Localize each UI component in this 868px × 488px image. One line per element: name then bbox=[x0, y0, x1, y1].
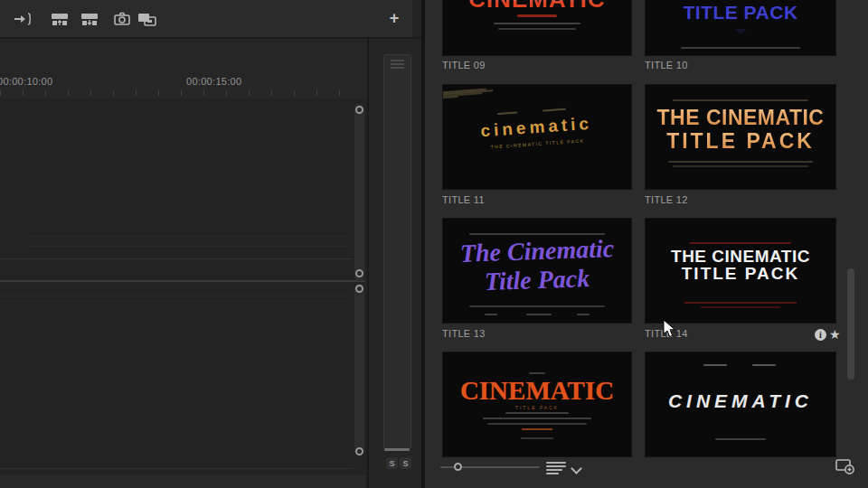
lift-icon[interactable] bbox=[50, 10, 70, 28]
scrollbar-grip bbox=[384, 448, 410, 451]
preview-text-line bbox=[703, 364, 727, 366]
button-editor-add-button[interactable]: + bbox=[385, 8, 403, 28]
scroll-handle[interactable] bbox=[355, 285, 363, 293]
video-editor-workspace: + 00:00:10:00 00:00:15:00 S S CINEMATIC bbox=[0, 0, 868, 488]
extract-icon[interactable] bbox=[80, 10, 99, 28]
preview-text-line bbox=[505, 412, 569, 414]
solo-button[interactable]: S bbox=[400, 457, 411, 469]
sort-icon bbox=[546, 462, 566, 464]
preview-headline-line2: TITLE PACK bbox=[646, 264, 835, 284]
track-line bbox=[0, 301, 351, 302]
scroll-handle[interactable] bbox=[355, 269, 363, 277]
preview-text-line bbox=[522, 428, 552, 430]
ruler-ticks bbox=[0, 90, 354, 96]
preview-text-line bbox=[752, 364, 776, 366]
track-divider bbox=[0, 280, 365, 282]
scrollbar-grip bbox=[391, 63, 404, 65]
track-line bbox=[0, 295, 351, 296]
track-height-scrollbar[interactable] bbox=[354, 284, 364, 455]
timeline-ruler[interactable]: 00:00:10:00 00:00:15:00 bbox=[0, 39, 367, 99]
new-item-button[interactable] bbox=[835, 456, 856, 476]
template-thumbnail-title-10[interactable]: TITLE PACK bbox=[645, 0, 836, 56]
preview-subline: TITLE PACK bbox=[443, 405, 631, 410]
sort-filter-button[interactable] bbox=[546, 461, 582, 477]
template-label: TITLE 12 bbox=[645, 194, 688, 207]
preview-text-line bbox=[521, 437, 553, 439]
template-thumbnail[interactable]: CINEMATIC bbox=[645, 352, 836, 457]
chevron-down-icon bbox=[571, 463, 582, 474]
template-label: TITLE 09 bbox=[442, 60, 486, 72]
preview-text-line bbox=[497, 111, 517, 115]
preview-text-line bbox=[542, 108, 566, 112]
ruler-timecode: 00:00:10:00 bbox=[0, 76, 52, 87]
preview-text-line bbox=[442, 96, 458, 100]
template-thumbnail-title-11[interactable]: cinematic THE CINEMATIC TITLE PACK bbox=[442, 84, 632, 190]
preview-headline: TITLE PACK bbox=[646, 2, 835, 23]
thumbnail-zoom-slider-knob[interactable] bbox=[454, 463, 462, 471]
template-thumbnail[interactable]: CINEMATIC TITLE PACK bbox=[442, 352, 632, 457]
preview-text-line bbox=[681, 47, 800, 49]
preview-headline: CINEMATIC bbox=[646, 390, 835, 412]
template-label: TITLE 11 bbox=[442, 194, 485, 207]
panel-scrollbar[interactable] bbox=[847, 268, 854, 380]
template-thumbnail-title-13[interactable]: The Cinematic Title Pack bbox=[442, 218, 632, 324]
template-thumbnail-title-14[interactable]: THE CINEMATIC TITLE PACK bbox=[645, 218, 836, 324]
preview-text-line bbox=[673, 165, 808, 167]
preview-text-line bbox=[526, 314, 552, 315]
sort-icon bbox=[546, 465, 566, 467]
template-label: TITLE 10 bbox=[645, 60, 688, 72]
template-thumbnail-title-12[interactable]: THE CINEMATIC TITLE PACK bbox=[645, 84, 836, 190]
insert-icon[interactable] bbox=[13, 10, 33, 28]
preview-headline: CINEMATIC bbox=[443, 376, 631, 406]
preview-text-line bbox=[529, 372, 545, 374]
preview-glitch-line bbox=[690, 242, 791, 244]
preview-headline-line1: THE CINEMATIC bbox=[646, 106, 835, 130]
preview-glitch-line bbox=[701, 306, 780, 308]
track-boundary bbox=[0, 468, 353, 469]
preview-text-line bbox=[715, 438, 766, 440]
timeline-tracks[interactable] bbox=[0, 99, 367, 488]
ruler-timecode: 00:00:15:00 bbox=[186, 76, 241, 87]
scrollbar-grip bbox=[391, 60, 404, 61]
preview-text-line bbox=[498, 28, 576, 30]
preview-tilt-group: cinematic THE CINEMATIC TITLE PACK bbox=[442, 84, 632, 190]
preview-headline-line2: TITLE PACK bbox=[646, 129, 835, 154]
preview-subtitle-line bbox=[517, 14, 557, 17]
comparison-view-icon[interactable] bbox=[137, 10, 157, 28]
preview-text-line bbox=[469, 305, 605, 307]
template-thumbnail-title-09[interactable]: CINEMATIC bbox=[442, 0, 632, 56]
scrollbar-grip bbox=[391, 67, 404, 69]
timeline-bottom-strip bbox=[0, 475, 365, 488]
preview-text-line bbox=[485, 314, 497, 315]
template-label: TITLE 14 bbox=[645, 328, 688, 341]
preview-text-line bbox=[483, 418, 591, 419]
track-height-scrollbar[interactable] bbox=[354, 104, 364, 281]
sort-icon bbox=[546, 473, 559, 474]
preview-text-line bbox=[494, 23, 580, 24]
preview-text-line bbox=[668, 161, 813, 163]
template-label: TITLE 13 bbox=[442, 328, 486, 341]
track-line bbox=[29, 236, 351, 237]
preview-text-line bbox=[673, 99, 808, 101]
preview-text-line bbox=[577, 314, 590, 315]
track-line bbox=[29, 246, 351, 247]
scroll-handle[interactable] bbox=[355, 447, 363, 455]
monitor-toolbar bbox=[0, 0, 412, 37]
preview-glitch-line bbox=[684, 302, 797, 304]
preview-headline-line2: Title Pack bbox=[443, 262, 632, 297]
track-boundary bbox=[0, 258, 353, 259]
sort-icon bbox=[546, 469, 562, 471]
solo-button[interactable]: S bbox=[386, 457, 398, 469]
export-frame-icon[interactable] bbox=[112, 10, 132, 28]
preview-ornament bbox=[734, 29, 747, 34]
preview-text-line bbox=[487, 423, 587, 425]
scroll-handle[interactable] bbox=[355, 106, 363, 114]
preview-headline: CINEMATIC bbox=[443, 0, 631, 14]
info-icon[interactable]: i bbox=[815, 329, 826, 341]
timeline-vertical-scrollbar[interactable] bbox=[383, 54, 411, 449]
favorite-star-icon[interactable]: ★ bbox=[829, 328, 841, 341]
